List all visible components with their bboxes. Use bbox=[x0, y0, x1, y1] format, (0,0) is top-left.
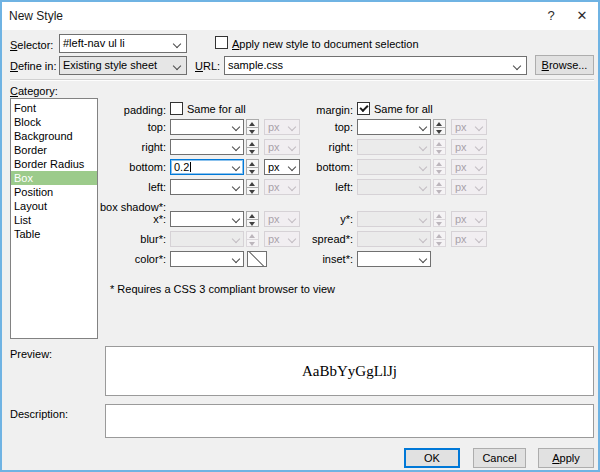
apply-to-selection-label: Apply new style to document selection bbox=[232, 36, 419, 52]
spinner-down-button[interactable] bbox=[246, 167, 259, 176]
define-in-label: Define in: bbox=[10, 58, 56, 74]
new-style-dialog: New Style ? ✕ Selector: #left-nav ul li … bbox=[0, 0, 600, 472]
shadow-blur-stepper bbox=[246, 231, 259, 247]
apply-button[interactable]: Apply bbox=[538, 448, 594, 468]
spinner-down-button[interactable] bbox=[246, 187, 259, 196]
url-label: URL: bbox=[195, 58, 220, 74]
ok-button[interactable]: OK bbox=[404, 448, 460, 468]
margin-bottom-unit-select: px bbox=[451, 159, 487, 175]
chevron-down-icon bbox=[475, 163, 483, 171]
chevron-down-icon bbox=[419, 123, 427, 131]
spinner-down-button[interactable] bbox=[246, 127, 259, 136]
category-item-font[interactable]: Font bbox=[11, 101, 97, 115]
shadow-color-combo[interactable] bbox=[170, 251, 244, 267]
padding-label: padding: bbox=[94, 102, 166, 118]
shadow-inset-combo[interactable] bbox=[357, 251, 431, 267]
title-bar: New Style ? ✕ bbox=[2, 2, 598, 30]
preview-sample-text: AaBbYyGgLlJj bbox=[302, 363, 397, 379]
margin-same-for-all-checkbox[interactable] bbox=[357, 102, 370, 115]
shadow-x-value-combo[interactable] bbox=[170, 211, 244, 227]
preview-box: AaBbYyGgLlJj bbox=[105, 346, 594, 396]
chevron-down-icon bbox=[419, 235, 427, 243]
padding-top-value-combo[interactable] bbox=[170, 119, 244, 135]
chevron-down-icon bbox=[232, 215, 240, 223]
category-item-border[interactable]: Border bbox=[11, 143, 97, 157]
category-item-table[interactable]: Table bbox=[11, 227, 97, 241]
chevron-down-icon bbox=[232, 183, 240, 191]
chevron-down-icon bbox=[232, 255, 240, 263]
unit-value: px bbox=[455, 121, 467, 133]
category-item-border-radius[interactable]: Border Radius bbox=[11, 157, 97, 171]
padding-right-value-combo[interactable] bbox=[170, 139, 244, 155]
margin-same-for-all-label: Same for all bbox=[374, 101, 433, 117]
define-in-value: Existing style sheet bbox=[63, 59, 157, 71]
category-item-layout[interactable]: Layout bbox=[11, 199, 97, 213]
category-item-block[interactable]: Block bbox=[11, 115, 97, 129]
chevron-down-icon bbox=[232, 123, 240, 131]
define-in-select[interactable]: Existing style sheet bbox=[59, 56, 187, 75]
close-icon: ✕ bbox=[577, 8, 588, 23]
category-item-box-selected[interactable]: Box bbox=[11, 171, 97, 185]
margin-left-stepper bbox=[433, 179, 446, 195]
category-list[interactable]: Font Block Background Border Border Radi… bbox=[10, 98, 98, 339]
padding-left-value-combo[interactable] bbox=[170, 179, 244, 195]
margin-bottom-value-combo bbox=[357, 159, 431, 175]
help-button[interactable]: ? bbox=[535, 2, 567, 30]
shadow-color-swatch-button[interactable] bbox=[247, 251, 267, 267]
padding-bottom-value-combo[interactable]: 0.2 bbox=[170, 159, 244, 175]
padding-right-stepper[interactable] bbox=[246, 139, 259, 155]
padding-left-label: left: bbox=[94, 179, 166, 195]
spinner-down-button bbox=[433, 167, 446, 176]
padding-left-stepper[interactable] bbox=[246, 179, 259, 195]
selector-value: #left-nav ul li bbox=[63, 37, 125, 49]
spinner-down-button bbox=[246, 239, 259, 248]
description-field[interactable] bbox=[105, 404, 594, 438]
unit-value: px bbox=[455, 213, 467, 225]
preview-label: Preview: bbox=[10, 346, 52, 362]
apply-to-selection-checkbox[interactable] bbox=[215, 36, 228, 49]
chevron-down-icon bbox=[513, 62, 521, 70]
padding-same-for-all-checkbox[interactable] bbox=[170, 102, 183, 115]
unit-value: px bbox=[455, 181, 467, 193]
selector-combo[interactable]: #left-nav ul li bbox=[59, 34, 187, 53]
margin-left-unit-select: px bbox=[451, 179, 487, 195]
padding-bottom-label: bottom: bbox=[94, 159, 166, 175]
chevron-down-icon bbox=[173, 40, 181, 48]
chevron-down-icon bbox=[475, 123, 483, 131]
chevron-down-icon bbox=[475, 183, 483, 191]
unit-value: px bbox=[268, 213, 280, 225]
unit-value: px bbox=[455, 233, 467, 245]
shadow-spread-stepper bbox=[433, 231, 446, 247]
shadow-y-label: y*: bbox=[282, 211, 353, 227]
spinner-down-button[interactable] bbox=[246, 219, 259, 228]
shadow-spread-unit-select: px bbox=[451, 231, 487, 247]
padding-top-label: top: bbox=[94, 119, 166, 135]
padding-bottom-stepper[interactable] bbox=[246, 159, 259, 175]
separator bbox=[10, 79, 594, 81]
margin-right-stepper bbox=[433, 139, 446, 155]
selector-label: Selector: bbox=[10, 37, 53, 53]
spinner-down-button[interactable] bbox=[246, 147, 259, 156]
spinner-down-button[interactable] bbox=[433, 127, 446, 136]
cancel-button[interactable]: Cancel bbox=[473, 448, 526, 468]
css3-footnote: * Requires a CSS 3 compliant browser to … bbox=[110, 281, 335, 297]
shadow-x-stepper[interactable] bbox=[246, 211, 259, 227]
chevron-down-icon bbox=[419, 215, 427, 223]
text-caret bbox=[190, 162, 191, 172]
unit-value: px bbox=[268, 233, 280, 245]
url-combo[interactable]: sample.css bbox=[224, 56, 527, 75]
chevron-down-icon bbox=[419, 143, 427, 151]
category-item-position[interactable]: Position bbox=[11, 185, 97, 199]
chevron-down-icon bbox=[232, 163, 240, 171]
unit-value: px bbox=[268, 121, 280, 133]
padding-top-stepper[interactable] bbox=[246, 119, 259, 135]
category-item-list[interactable]: List bbox=[11, 213, 97, 227]
margin-top-unit-select: px bbox=[451, 119, 487, 135]
category-item-background[interactable]: Background bbox=[11, 129, 97, 143]
close-button[interactable]: ✕ bbox=[566, 2, 598, 30]
spinner-down-button bbox=[433, 239, 446, 248]
margin-top-stepper[interactable] bbox=[433, 119, 446, 135]
browse-button[interactable]: Browse... bbox=[535, 55, 594, 75]
margin-top-value-combo[interactable] bbox=[357, 119, 431, 135]
unit-value: px bbox=[455, 141, 467, 153]
